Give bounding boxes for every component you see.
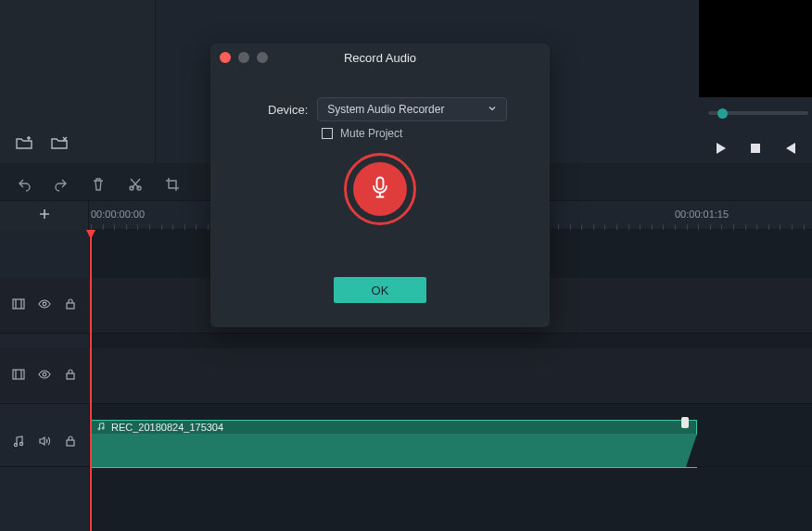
cut-icon[interactable] bbox=[128, 177, 143, 196]
svg-point-4 bbox=[43, 302, 46, 306]
clip-music-icon bbox=[96, 422, 106, 433]
svg-point-12 bbox=[98, 428, 100, 430]
svg-rect-5 bbox=[67, 303, 74, 309]
svg-point-9 bbox=[14, 443, 17, 446]
device-label: Device: bbox=[268, 103, 308, 117]
preview-seek-knob[interactable] bbox=[717, 108, 728, 119]
playhead-handle[interactable] bbox=[86, 230, 95, 239]
track-lock-icon[interactable] bbox=[64, 368, 77, 385]
playhead-line[interactable] bbox=[90, 230, 92, 531]
svg-rect-8 bbox=[67, 373, 74, 379]
svg-point-10 bbox=[19, 442, 22, 445]
crop-icon[interactable] bbox=[165, 177, 180, 196]
stop-icon[interactable] bbox=[749, 142, 762, 158]
record-audio-dialog: Record Audio Device: System Audio Record… bbox=[210, 44, 550, 327]
track-visibility-icon[interactable] bbox=[38, 368, 51, 385]
audio-clip[interactable]: REC_20180824_175304 bbox=[90, 420, 697, 468]
window-close-icon[interactable] bbox=[220, 52, 231, 63]
delete-icon[interactable] bbox=[91, 177, 106, 196]
svg-rect-6 bbox=[13, 370, 24, 379]
track-music-icon[interactable] bbox=[12, 435, 25, 451]
folder-add-icon[interactable] bbox=[15, 134, 33, 157]
play-icon[interactable] bbox=[714, 142, 727, 158]
track-lock-icon[interactable] bbox=[64, 297, 77, 314]
track-lock-icon[interactable] bbox=[64, 435, 77, 451]
record-button[interactable] bbox=[344, 153, 416, 225]
ok-button[interactable]: OK bbox=[334, 277, 426, 303]
device-select-value: System Audio Recorder bbox=[327, 103, 444, 116]
timecode-start: 00:00:00:00 bbox=[91, 209, 145, 220]
track-volume-icon[interactable] bbox=[38, 435, 51, 451]
window-maximize-icon[interactable] bbox=[257, 52, 268, 63]
track-visibility-icon[interactable] bbox=[38, 297, 51, 314]
undo-icon[interactable] bbox=[17, 177, 32, 196]
svg-point-13 bbox=[102, 427, 104, 429]
dialog-title: Record Audio bbox=[344, 51, 416, 65]
timecode-1: 00:00:01:15 bbox=[675, 209, 729, 220]
redo-icon[interactable] bbox=[54, 177, 69, 196]
clip-name: REC_20180824_175304 bbox=[111, 422, 223, 433]
folder-remove-icon[interactable] bbox=[50, 134, 69, 157]
chevron-down-icon bbox=[488, 103, 497, 116]
mute-project-checkbox[interactable] bbox=[322, 128, 333, 139]
ok-button-label: OK bbox=[372, 284, 389, 297]
svg-rect-0 bbox=[751, 144, 760, 153]
microphone-icon bbox=[367, 174, 393, 204]
preview-seekbar[interactable] bbox=[708, 111, 808, 115]
preview-monitor bbox=[699, 0, 812, 97]
svg-point-7 bbox=[43, 373, 46, 376]
track-filmstrip-icon[interactable] bbox=[12, 368, 25, 385]
track-filmstrip-icon[interactable] bbox=[12, 297, 25, 314]
mute-project-label: Mute Project bbox=[340, 127, 402, 140]
step-back-icon[interactable] bbox=[784, 142, 797, 158]
add-track-icon[interactable] bbox=[38, 208, 51, 224]
device-select[interactable]: System Audio Recorder bbox=[317, 97, 507, 121]
svg-rect-3 bbox=[13, 299, 24, 309]
clip-end-marker[interactable] bbox=[681, 417, 689, 428]
window-minimize-icon[interactable] bbox=[238, 52, 249, 63]
svg-rect-11 bbox=[67, 440, 74, 446]
svg-rect-14 bbox=[377, 178, 384, 190]
